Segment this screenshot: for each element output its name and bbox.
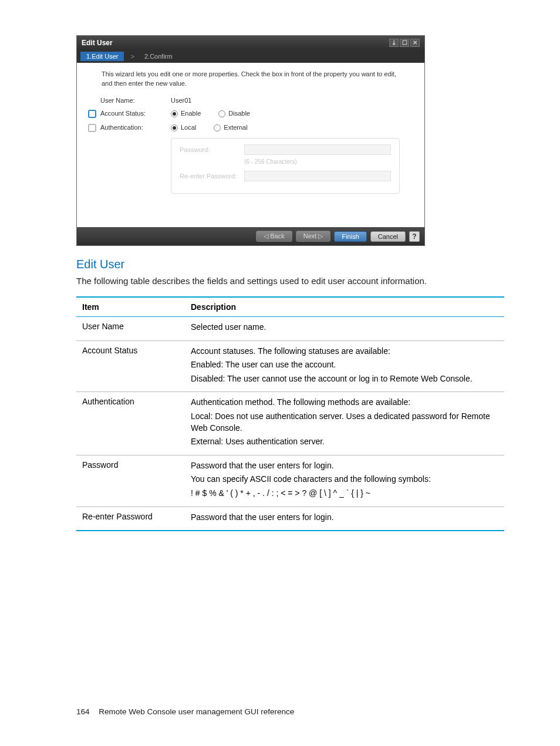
row-authentication: Authentication: Local External (84, 124, 408, 132)
row-user-name: User Name: User01 (84, 97, 408, 104)
crumb-separator: > (130, 53, 134, 60)
cell-description: Password that the user enters for login.… (185, 455, 504, 507)
description-line: Selected user name. (191, 322, 498, 333)
description-line: Enabled: The user can use the account. (191, 359, 498, 371)
cell-item: Password (76, 455, 185, 507)
footer-title: Remote Web Console user management GUI r… (99, 707, 294, 716)
radio-external[interactable] (214, 124, 221, 131)
wizard-breadcrumb: 1.Edit User > 2.Confirm (77, 50, 424, 63)
radio-external-wrapper[interactable]: External (214, 124, 247, 131)
crumb-step-2[interactable]: 2.Confirm (139, 52, 178, 61)
cell-item: Re-enter Password (76, 507, 185, 531)
description-line: ! # $ % & ' ( ) * + , - . / : ; < = > ? … (191, 488, 498, 499)
cell-description: Authentication method. The following met… (185, 392, 504, 455)
minimize-icon[interactable]: ⤓ (389, 39, 399, 47)
password-label: Password: (180, 146, 244, 153)
description-line: Account statuses. The following statuses… (191, 346, 498, 357)
table-row: User NameSelected user name. (76, 317, 504, 341)
dialog-titlebar: Edit User ⤓ ☐ ✕ (77, 36, 424, 50)
reenter-password-input[interactable] (244, 171, 391, 181)
user-name-value: User01 (171, 97, 191, 104)
table-row: Account StatusAccount statuses. The foll… (76, 340, 504, 392)
radio-local-label: Local (181, 124, 196, 131)
description-line: You can specify ASCII code characters an… (191, 474, 498, 485)
radio-disable[interactable] (218, 110, 225, 117)
description-line: Password that the user enters for login. (191, 512, 498, 524)
radio-disable-wrapper[interactable]: Disable (218, 110, 250, 117)
description-line: External: Uses authentication server. (191, 436, 498, 448)
cell-description: Selected user name. (185, 317, 504, 341)
authentication-checkbox[interactable] (88, 124, 96, 132)
table-row: PasswordPassword that the user enters fo… (76, 455, 504, 507)
password-hint: (6 - 256 Characters) (244, 158, 391, 165)
description-line: Password that the user enters for login. (191, 460, 498, 472)
reenter-password-label: Re-enter Password: (180, 173, 244, 180)
table-row: AuthenticationAuthentication method. The… (76, 392, 504, 455)
cell-item: Account Status (76, 340, 185, 392)
page-number: 164 (76, 707, 90, 716)
password-panel: Password: (6 - 256 Characters) Re-enter … (171, 138, 400, 194)
user-name-label: User Name: (100, 97, 171, 104)
page-footer: 164 Remote Web Console user management G… (76, 707, 504, 716)
help-button[interactable]: ? (409, 231, 420, 242)
row-account-status: Account Status: Enable Disable (84, 110, 408, 118)
cell-item: User Name (76, 317, 185, 341)
radio-disable-label: Disable (228, 110, 250, 117)
maximize-icon[interactable]: ☐ (400, 39, 409, 47)
cancel-button[interactable]: Cancel (370, 231, 406, 242)
cell-description: Account statuses. The following statuses… (185, 340, 504, 392)
account-status-checkbox[interactable] (88, 110, 96, 118)
next-button[interactable]: Next ▷ (296, 231, 331, 242)
password-input[interactable] (244, 144, 391, 155)
description-line: Local: Does not use authentication serve… (191, 411, 498, 434)
radio-local[interactable] (171, 124, 178, 131)
cell-item: Authentication (76, 392, 185, 455)
dialog-intro-text: This wizard lets you edit one or more pr… (102, 70, 408, 89)
authentication-label: Authentication: (100, 124, 171, 131)
table-header-row: Item Description (76, 297, 504, 317)
close-icon[interactable]: ✕ (410, 39, 420, 47)
description-line: Disabled: The user cannot use the accoun… (191, 373, 498, 385)
cell-description: Password that the user enters for login. (185, 507, 504, 531)
edit-user-dialog: Edit User ⤓ ☐ ✕ 1.Edit User > 2.Confirm … (76, 35, 425, 246)
radio-enable-label: Enable (181, 110, 201, 117)
header-item: Item (76, 297, 185, 317)
finish-button[interactable]: Finish (334, 231, 366, 242)
dialog-footer: ◁ Back Next ▷ Finish Cancel ? (77, 227, 424, 245)
dialog-body: This wizard lets you edit one or more pr… (77, 63, 424, 227)
header-description: Description (185, 297, 504, 317)
account-status-label: Account Status: (100, 110, 171, 117)
radio-enable[interactable] (171, 110, 178, 117)
radio-enable-wrapper[interactable]: Enable (171, 110, 201, 117)
description-line: Authentication method. The following met… (191, 397, 498, 409)
radio-external-label: External (224, 124, 247, 131)
section-heading: Edit User (76, 258, 504, 271)
crumb-step-1[interactable]: 1.Edit User (80, 52, 124, 61)
description-table: Item Description User NameSelected user … (76, 296, 504, 531)
section-description: The following table describes the fields… (76, 275, 504, 287)
radio-local-wrapper[interactable]: Local (171, 124, 196, 131)
back-button[interactable]: ◁ Back (256, 231, 292, 242)
dialog-title: Edit User (82, 39, 113, 47)
table-row: Re-enter PasswordPassword that the user … (76, 507, 504, 531)
